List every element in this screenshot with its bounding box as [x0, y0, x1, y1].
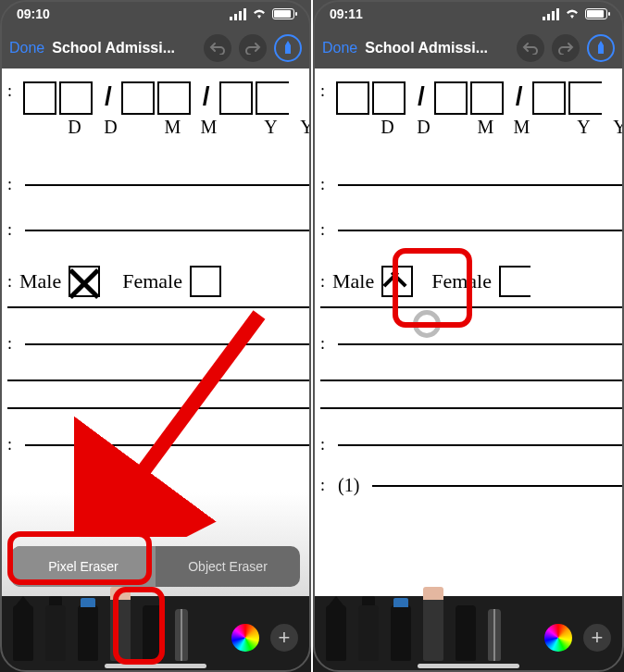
battery-icon	[585, 8, 607, 19]
home-indicator[interactable]	[105, 664, 206, 668]
pencil-tool[interactable]	[391, 605, 411, 661]
lasso-tool[interactable]	[143, 605, 163, 661]
add-button[interactable]: +	[270, 624, 298, 652]
color-picker-button[interactable]	[231, 624, 259, 652]
cellular-icon	[230, 8, 246, 20]
status-indicators	[230, 8, 294, 20]
marker-tool[interactable]	[358, 605, 379, 661]
pen-tool[interactable]	[13, 605, 33, 661]
status-bar: 09:11	[313, 0, 624, 28]
wifi-icon	[565, 8, 580, 19]
add-button[interactable]: +	[583, 624, 611, 652]
field-colon: :	[320, 81, 325, 101]
battery-icon	[272, 8, 294, 19]
checkbox-male[interactable]	[381, 266, 413, 297]
redo-button[interactable]	[239, 34, 267, 62]
redo-button[interactable]	[552, 34, 580, 62]
touch-indicator	[413, 310, 441, 338]
markup-tool-tray: +	[313, 596, 624, 672]
markup-pen-icon	[587, 34, 615, 62]
markup-top-bar: Done School Admissi...	[0, 28, 311, 68]
checkbox-female[interactable]	[190, 266, 221, 297]
cellular-icon	[543, 8, 559, 20]
done-button[interactable]: Done	[322, 40, 357, 56]
gender-male-label: Male	[19, 269, 61, 293]
ruler-tool[interactable]	[175, 609, 188, 661]
eraser-tool[interactable]	[423, 596, 443, 661]
object-eraser-option[interactable]: Object Eraser	[156, 546, 300, 587]
markup-toggle[interactable]	[274, 34, 302, 62]
date-labels: DD MM YY	[336, 117, 624, 138]
marker-tool[interactable]	[45, 605, 66, 661]
pen-tool[interactable]	[326, 605, 346, 661]
document-title: School Admissi...	[365, 40, 509, 56]
date-boxes: / /	[336, 81, 624, 115]
color-picker-button[interactable]	[544, 624, 572, 652]
markup-toggle[interactable]	[587, 34, 615, 62]
left-screenshot: 09:10 Done School Admissi... : /	[0, 0, 311, 672]
gender-male-label: Male	[332, 269, 374, 293]
status-bar: 09:10	[0, 0, 311, 28]
eraser-tool[interactable]	[110, 596, 131, 661]
pencil-tool[interactable]	[78, 605, 98, 661]
home-indicator[interactable]	[418, 664, 519, 668]
gender-row: : Male Female	[7, 266, 311, 297]
undo-button[interactable]	[204, 34, 231, 62]
field-colon: :	[7, 81, 12, 101]
document-title: School Admissi...	[52, 40, 196, 56]
markup-top-bar: Done School Admissi...	[313, 28, 624, 68]
markup-tool-tray: +	[0, 596, 311, 672]
document-canvas[interactable]: : / / DD MM YY : :	[313, 68, 624, 672]
done-button[interactable]: Done	[9, 40, 44, 56]
gender-row: : Male Female	[320, 266, 624, 297]
status-time: 09:10	[17, 6, 50, 21]
right-screenshot: 09:11 Done School Admissi... : /	[313, 0, 624, 672]
lasso-tool[interactable]	[456, 605, 476, 661]
footnote-label: (1)	[338, 475, 359, 496]
date-labels: DD MM YY	[23, 117, 311, 138]
status-indicators	[543, 8, 607, 20]
status-time: 09:11	[330, 6, 363, 21]
checkbox-female[interactable]	[499, 266, 530, 297]
undo-button[interactable]	[517, 34, 544, 62]
ruler-tool[interactable]	[488, 609, 501, 661]
wifi-icon	[252, 8, 267, 19]
checkbox-male[interactable]	[69, 266, 100, 297]
gender-female-label: Female	[431, 269, 492, 293]
markup-pen-icon	[274, 34, 302, 62]
gender-female-label: Female	[122, 269, 182, 293]
date-boxes: / /	[23, 81, 311, 115]
pixel-eraser-option[interactable]: Pixel Eraser	[11, 546, 156, 587]
eraser-mode-picker: Pixel Eraser Object Eraser	[11, 546, 300, 587]
